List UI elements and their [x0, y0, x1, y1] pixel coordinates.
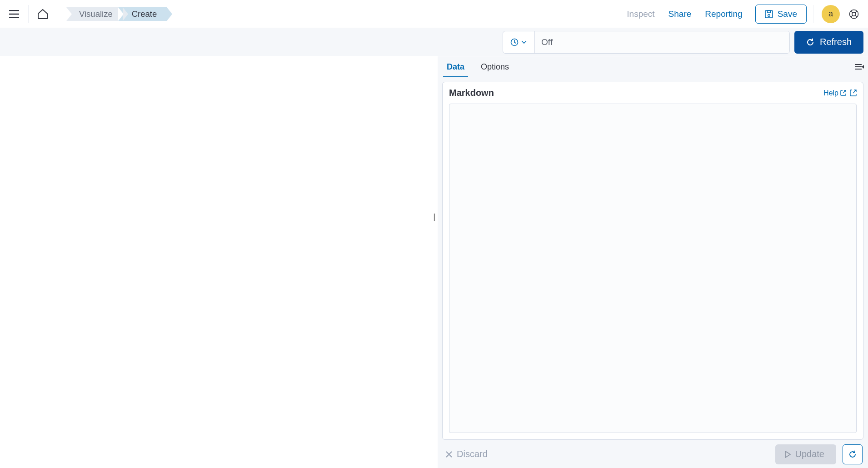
panel-tabs: Data Options: [438, 56, 868, 77]
chevron-down-icon: [521, 40, 527, 44]
breadcrumb-label: Create: [132, 9, 157, 19]
breadcrumb-label: Visualize: [79, 9, 113, 19]
divider: [813, 5, 813, 23]
query-bar: Off Refresh: [0, 28, 868, 56]
divider: [57, 5, 57, 23]
refresh-button[interactable]: Refresh: [794, 31, 863, 54]
save-button[interactable]: Save: [755, 5, 807, 24]
menu-button[interactable]: [6, 6, 22, 22]
card-header: Markdown Help: [449, 88, 857, 104]
breadcrumb: Visualize Create: [66, 7, 167, 21]
discard-button: Discard: [443, 448, 490, 460]
panel-footer: Discard Update: [438, 440, 868, 468]
external-link-icon: [840, 90, 846, 96]
update-label: Update: [795, 449, 825, 459]
markdown-card: Markdown Help: [442, 82, 863, 440]
save-label: Save: [778, 9, 797, 19]
side-panel: Data Options Markdown Help: [437, 56, 868, 468]
save-icon: [765, 10, 773, 18]
svg-point-4: [852, 12, 856, 16]
visualization-canvas: [0, 56, 430, 468]
inspect-link: Inspect: [627, 9, 654, 19]
card-help-group: Help: [823, 89, 857, 97]
avatar[interactable]: a: [822, 5, 840, 23]
top-bar: Visualize Create Inspect Share Reporting…: [0, 0, 868, 28]
split-handle[interactable]: ||: [430, 56, 437, 468]
help-link[interactable]: Help: [823, 89, 846, 97]
svg-point-2: [768, 14, 770, 16]
share-link[interactable]: Share: [668, 9, 692, 19]
tab-label: Options: [481, 62, 509, 71]
discard-label: Discard: [457, 449, 488, 459]
workspace: || Data Options Markdown H: [0, 56, 868, 468]
tab-options[interactable]: Options: [477, 58, 513, 77]
panel-body: Markdown Help: [438, 77, 868, 440]
play-icon: [784, 451, 791, 458]
help-label: Help: [823, 89, 838, 97]
expand-icon: [855, 64, 864, 70]
refresh-icon: [848, 450, 857, 458]
refresh-icon-button[interactable]: [843, 444, 863, 464]
top-links: Inspect Share Reporting: [627, 9, 742, 19]
expand-panel-button[interactable]: [855, 64, 864, 70]
card-title: Markdown: [449, 88, 494, 98]
refresh-icon: [806, 38, 814, 46]
time-picker: Off: [503, 31, 790, 54]
update-button: Update: [775, 444, 837, 464]
tab-label: Data: [447, 62, 464, 71]
lifebuoy-icon: [849, 9, 859, 19]
popout-button[interactable]: [850, 90, 857, 96]
time-picker-value[interactable]: Off: [535, 31, 789, 53]
time-picker-toggle[interactable]: [503, 31, 535, 53]
drag-handle-icon: ||: [433, 212, 434, 222]
popout-icon: [850, 90, 857, 96]
markdown-editor[interactable]: [449, 104, 857, 433]
home-button[interactable]: [35, 6, 50, 22]
divider: [28, 5, 29, 23]
help-menu-button[interactable]: [846, 6, 862, 22]
tab-data[interactable]: Data: [443, 58, 468, 77]
avatar-letter: a: [828, 9, 833, 19]
home-icon: [37, 8, 49, 20]
breadcrumb-visualize[interactable]: Visualize: [66, 7, 123, 21]
refresh-label: Refresh: [820, 37, 852, 47]
reporting-link[interactable]: Reporting: [705, 9, 742, 19]
hamburger-icon: [9, 10, 19, 18]
clock-icon: [510, 38, 519, 46]
close-icon: [446, 451, 452, 458]
